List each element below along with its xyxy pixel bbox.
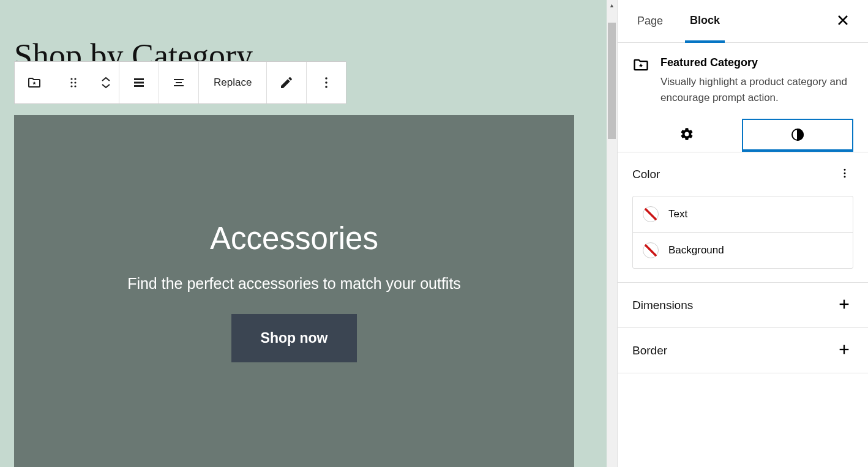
align-button[interactable] xyxy=(119,62,159,103)
shop-now-button[interactable]: Shop now xyxy=(231,314,357,362)
editor-canvas[interactable]: Shop by Category xyxy=(0,0,617,467)
edit-button[interactable] xyxy=(267,62,306,103)
dots-vertical-icon xyxy=(839,167,851,179)
svg-point-1 xyxy=(74,78,76,80)
styles-subtab[interactable] xyxy=(742,119,854,152)
svg-point-18 xyxy=(844,169,846,171)
color-list: Text Background xyxy=(632,196,853,269)
plus-icon xyxy=(837,297,851,311)
dimensions-add-button[interactable] xyxy=(835,295,853,315)
move-up-button[interactable] xyxy=(100,77,111,83)
color-section-options-button[interactable] xyxy=(836,165,853,184)
svg-rect-8 xyxy=(134,85,144,87)
svg-point-4 xyxy=(70,85,72,87)
text-color-swatch xyxy=(643,206,659,222)
featured-category-block[interactable]: Accessories Find the perfect accessories… xyxy=(14,115,574,467)
tab-page[interactable]: Page xyxy=(632,0,668,42)
color-section-title: Color xyxy=(632,168,660,181)
replace-button[interactable]: Replace xyxy=(199,62,266,103)
color-background-item[interactable]: Background xyxy=(633,233,853,268)
svg-point-0 xyxy=(70,78,72,80)
vertical-align-button[interactable] xyxy=(159,62,198,103)
background-color-label: Background xyxy=(668,244,724,256)
color-text-item[interactable]: Text xyxy=(633,196,853,233)
settings-sidebar: Page Block Featured Category Visually hi… xyxy=(617,0,868,467)
block-type-button[interactable] xyxy=(15,62,54,103)
svg-point-13 xyxy=(326,81,328,84)
featured-category-icon xyxy=(632,56,649,76)
chevron-down-icon xyxy=(100,83,111,89)
dimensions-section: Dimensions xyxy=(618,283,868,328)
text-color-label: Text xyxy=(668,208,687,220)
sidebar-subtabs xyxy=(618,119,868,152)
svg-rect-6 xyxy=(134,78,144,80)
svg-point-12 xyxy=(326,77,328,80)
pencil-icon xyxy=(279,75,294,90)
svg-point-14 xyxy=(326,86,328,88)
svg-point-5 xyxy=(74,85,76,87)
chevron-up-icon xyxy=(100,77,111,83)
folder-star-icon xyxy=(27,75,42,90)
drag-handle-button[interactable] xyxy=(54,62,93,103)
gear-icon xyxy=(679,127,694,141)
featured-description[interactable]: Find the perfect accessories to match yo… xyxy=(127,275,461,293)
border-section: Border xyxy=(618,328,868,373)
block-info-description: Visually highlight a product category an… xyxy=(660,74,853,105)
border-add-button[interactable] xyxy=(835,340,853,361)
border-section-title: Border xyxy=(632,344,667,357)
block-info-header: Featured Category Visually highlight a p… xyxy=(618,43,868,119)
featured-title[interactable]: Accessories xyxy=(210,220,378,256)
settings-subtab[interactable] xyxy=(632,119,742,152)
styles-icon xyxy=(790,127,805,142)
dots-vertical-icon xyxy=(319,75,334,90)
background-color-swatch xyxy=(643,242,659,258)
svg-rect-7 xyxy=(134,82,144,84)
svg-point-3 xyxy=(74,81,76,83)
svg-point-2 xyxy=(70,81,72,83)
move-down-button[interactable] xyxy=(100,83,111,89)
align-full-icon xyxy=(132,75,146,90)
svg-point-20 xyxy=(844,176,846,177)
block-toolbar: Replace xyxy=(14,61,346,104)
align-center-icon xyxy=(171,75,186,90)
svg-point-19 xyxy=(844,173,846,174)
tab-block[interactable]: Block xyxy=(685,1,725,43)
more-options-button[interactable] xyxy=(307,62,346,103)
plus-icon xyxy=(837,343,851,356)
block-info-title: Featured Category xyxy=(660,56,853,69)
dimensions-section-title: Dimensions xyxy=(632,299,693,312)
close-icon xyxy=(837,15,848,26)
scrollbar-thumb[interactable] xyxy=(608,23,616,139)
vertical-scrollbar[interactable]: ▲ xyxy=(607,0,617,467)
color-section: Color Text Background xyxy=(618,152,868,283)
sidebar-tabs: Page Block xyxy=(618,0,868,43)
close-sidebar-button[interactable] xyxy=(832,10,853,32)
drag-icon xyxy=(66,75,81,90)
scroll-up-arrow-icon[interactable]: ▲ xyxy=(607,0,617,10)
